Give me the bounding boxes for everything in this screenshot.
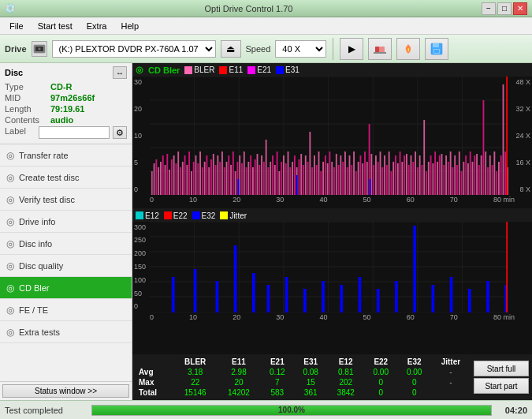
svg-rect-156	[439, 155, 441, 195]
disc-section: Disc ↔ Type CD-R MID 97m26s66f Length 79…	[0, 63, 132, 144]
e22-legend-label: E22	[173, 211, 188, 220]
disc-mid-value: 97m26s66f	[50, 93, 95, 103]
svg-rect-31	[165, 165, 166, 195]
main-layout: Disc ↔ Type CD-R MID 97m26s66f Length 79…	[0, 63, 532, 400]
burn-button[interactable]	[396, 38, 420, 60]
label-input-row: ⚙	[39, 126, 127, 139]
fe-te-icon: ◎	[6, 305, 14, 316]
svg-rect-79	[270, 162, 271, 195]
nav-verify-test-disc[interactable]: ◎ Verify test disc	[0, 189, 132, 211]
svg-rect-133	[389, 152, 390, 195]
e32-legend-label: E32	[202, 211, 216, 220]
svg-rect-5	[375, 47, 379, 53]
svg-rect-50	[206, 155, 208, 195]
disc-length-value: 79:19.61	[50, 104, 84, 114]
svg-rect-80	[272, 155, 273, 195]
svg-rect-211	[267, 285, 270, 312]
svg-rect-61	[230, 165, 232, 195]
e31-legend: E31	[276, 65, 299, 74]
nav-extra-tests[interactable]: ◎ Extra tests	[0, 321, 132, 343]
e32-legend-color	[192, 211, 200, 219]
start-full-button[interactable]: Start full	[474, 361, 529, 376]
svg-rect-155	[437, 162, 438, 195]
e21-legend: E21	[247, 65, 271, 74]
titlebar-title: Opti Drive Control 1.70	[16, 4, 482, 13]
svg-rect-95	[305, 155, 307, 195]
svg-rect-94	[303, 165, 304, 195]
nav-create-test-disc[interactable]: ◎ Create test disc	[0, 166, 132, 189]
svg-rect-185	[503, 84, 504, 195]
menu-help[interactable]: Help	[114, 20, 145, 32]
start-part-button[interactable]: Start part	[474, 378, 529, 394]
svg-rect-216	[359, 277, 362, 312]
svg-rect-208	[216, 281, 219, 312]
disc-length-row: Length 79:19.61	[5, 104, 127, 114]
status-window-area: Status window >>	[0, 381, 132, 400]
svg-rect-97	[309, 132, 311, 195]
svg-rect-62	[233, 152, 234, 195]
nav-disc-quality[interactable]: ◎ Disc quality	[0, 255, 132, 277]
svg-rect-47	[199, 152, 201, 195]
save-button[interactable]	[425, 38, 448, 60]
nav-drive-info-label: Drive info	[19, 217, 55, 226]
nav-disc-info-label: Disc info	[19, 239, 52, 249]
titlebar-controls: − □ ✕	[482, 2, 527, 15]
svg-rect-29	[160, 162, 162, 195]
speed-select[interactable]: 1 X2 X4 X8 X16 X32 X40 X48 X	[275, 40, 326, 58]
stats-total-jitter	[431, 387, 471, 398]
svg-rect-99	[314, 155, 315, 195]
close-button[interactable]: ✕	[513, 2, 527, 15]
speed-label: Speed	[246, 44, 271, 54]
svg-rect-160	[448, 162, 449, 195]
svg-rect-167	[463, 162, 464, 195]
disc-title: Disc	[5, 68, 23, 77]
svg-rect-105	[327, 163, 329, 195]
stats-area: BLER E11 E21 E31 E12 E22 E32 Jitter Avg	[132, 354, 532, 400]
svg-rect-148	[422, 165, 423, 195]
svg-rect-28	[158, 167, 159, 195]
svg-rect-65	[239, 155, 240, 195]
svg-rect-51	[208, 167, 210, 195]
minimize-button[interactable]: −	[482, 2, 496, 15]
svg-rect-209	[234, 245, 237, 312]
svg-rect-93	[300, 154, 302, 195]
svg-rect-49	[204, 162, 206, 195]
nav-transfer-rate[interactable]: ◎ Transfer rate	[0, 144, 132, 166]
nav-disc-info[interactable]: ◎ Disc info	[0, 233, 132, 255]
label-settings-button[interactable]: ⚙	[113, 126, 127, 139]
status-text: Test completed	[5, 406, 84, 415]
svg-rect-146	[417, 167, 419, 195]
stats-max-e12: 202	[327, 377, 364, 387]
status-window-button[interactable]: Status window >>	[2, 384, 129, 398]
eject-button[interactable]: ⏏	[221, 40, 241, 58]
stats-avg-label: Avg	[136, 367, 173, 377]
svg-rect-37	[177, 152, 179, 195]
label-input[interactable]	[39, 126, 110, 139]
drive-select[interactable]: (K:) PLEXTOR DVDR PX-760A 1.07	[52, 40, 216, 58]
nav-drive-info[interactable]: ◎ Drive info	[0, 211, 132, 233]
stats-total-e22: 0	[364, 387, 397, 398]
nav-cd-bler[interactable]: ◎ CD Bler	[0, 277, 132, 299]
svg-rect-218	[395, 281, 398, 312]
arrow-button[interactable]: ▶	[340, 38, 363, 60]
lower-chart-header: E12 E22 E32 Jitter	[132, 210, 532, 222]
menu-start-test[interactable]: Start test	[32, 20, 79, 32]
stats-header-e32: E32	[397, 357, 430, 367]
svg-rect-136	[395, 155, 396, 195]
disc-type-value: CD-R	[50, 82, 73, 92]
disc-expand-button[interactable]: ↔	[113, 66, 127, 79]
maximize-button[interactable]: □	[497, 2, 512, 15]
svg-rect-152	[430, 155, 432, 195]
eraser-button[interactable]	[368, 38, 392, 60]
disc-type-row: Type CD-R	[5, 82, 127, 92]
menu-extra[interactable]: Extra	[80, 20, 113, 32]
nav-create-test-disc-label: Create test disc	[19, 173, 79, 182]
nav-fe-te[interactable]: ◎ FE / TE	[0, 299, 132, 321]
stats-total-e32: 0	[397, 387, 430, 398]
menu-file[interactable]: File	[3, 20, 30, 32]
svg-rect-186	[504, 152, 506, 195]
svg-rect-104	[325, 155, 326, 195]
svg-rect-190	[370, 179, 371, 195]
svg-rect-142	[408, 165, 410, 195]
svg-rect-135	[392, 162, 394, 195]
